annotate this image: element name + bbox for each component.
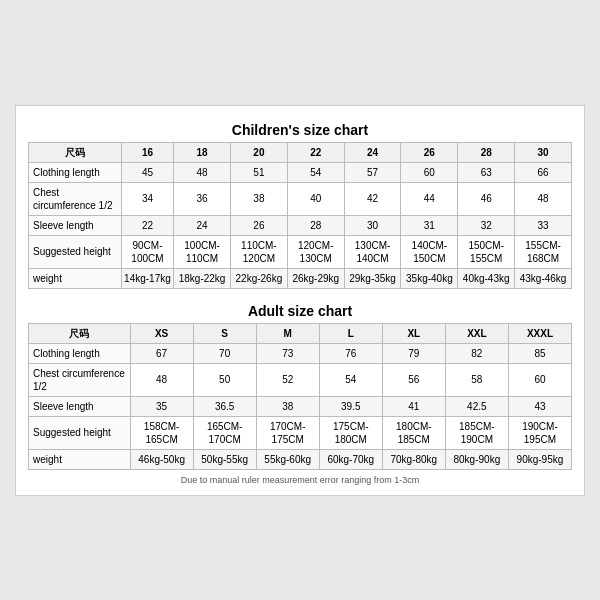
children-col-header: 18 bbox=[174, 142, 231, 162]
adult-cell: 73 bbox=[256, 343, 319, 363]
adult-table-row: Chest circumference 1/248505254565860 bbox=[29, 363, 572, 396]
children-cell: 44 bbox=[401, 182, 458, 215]
children-cell: 42 bbox=[344, 182, 401, 215]
adult-col-header: 尺码 bbox=[29, 323, 131, 343]
children-row-label: Clothing length bbox=[29, 162, 122, 182]
children-cell: 90CM-100CM bbox=[121, 235, 173, 268]
adult-col-header: M bbox=[256, 323, 319, 343]
children-cell: 110CM-120CM bbox=[230, 235, 287, 268]
children-table-row: Chest circumference 1/23436384042444648 bbox=[29, 182, 572, 215]
children-row-label: weight bbox=[29, 268, 122, 288]
adult-cell: 50 bbox=[193, 363, 256, 396]
adult-row-label: Sleeve length bbox=[29, 396, 131, 416]
adult-col-header: XL bbox=[382, 323, 445, 343]
adult-cell: 170CM-175CM bbox=[256, 416, 319, 449]
adult-cell: 82 bbox=[445, 343, 508, 363]
adult-table-row: Clothing length67707376798285 bbox=[29, 343, 572, 363]
children-col-header: 16 bbox=[121, 142, 173, 162]
adult-col-header: XXXL bbox=[508, 323, 571, 343]
children-col-header: 24 bbox=[344, 142, 401, 162]
adult-cell: 175CM-180CM bbox=[319, 416, 382, 449]
children-col-header: 28 bbox=[458, 142, 515, 162]
children-col-header: 尺码 bbox=[29, 142, 122, 162]
children-table-row: Suggested height90CM-100CM100CM-110CM110… bbox=[29, 235, 572, 268]
children-col-header: 22 bbox=[287, 142, 344, 162]
adult-cell: 165CM-170CM bbox=[193, 416, 256, 449]
children-cell: 45 bbox=[121, 162, 173, 182]
adult-cell: 38 bbox=[256, 396, 319, 416]
children-cell: 48 bbox=[174, 162, 231, 182]
children-cell: 63 bbox=[458, 162, 515, 182]
chart-container: Children's size chart 尺码1618202224262830… bbox=[15, 105, 585, 496]
adult-cell: 35 bbox=[130, 396, 193, 416]
adult-col-header: L bbox=[319, 323, 382, 343]
children-col-header: 26 bbox=[401, 142, 458, 162]
adult-cell: 50kg-55kg bbox=[193, 449, 256, 469]
adult-cell: 43 bbox=[508, 396, 571, 416]
adult-cell: 60kg-70kg bbox=[319, 449, 382, 469]
children-cell: 40kg-43kg bbox=[458, 268, 515, 288]
children-cell: 130CM-140CM bbox=[344, 235, 401, 268]
adult-table-row: Sleeve length3536.53839.54142.543 bbox=[29, 396, 572, 416]
children-cell: 32 bbox=[458, 215, 515, 235]
adult-cell: 55kg-60kg bbox=[256, 449, 319, 469]
adult-row-label: Chest circumference 1/2 bbox=[29, 363, 131, 396]
children-row-label: Suggested height bbox=[29, 235, 122, 268]
adult-cell: 48 bbox=[130, 363, 193, 396]
adult-chart-title: Adult size chart bbox=[28, 297, 572, 323]
adult-cell: 90kg-95kg bbox=[508, 449, 571, 469]
adult-cell: 70 bbox=[193, 343, 256, 363]
adult-cell: 56 bbox=[382, 363, 445, 396]
children-cell: 28 bbox=[287, 215, 344, 235]
children-cell: 36 bbox=[174, 182, 231, 215]
children-cell: 57 bbox=[344, 162, 401, 182]
children-chart-title: Children's size chart bbox=[28, 116, 572, 142]
children-row-label: Sleeve length bbox=[29, 215, 122, 235]
children-cell: 40 bbox=[287, 182, 344, 215]
children-cell: 100CM-110CM bbox=[174, 235, 231, 268]
children-cell: 26 bbox=[230, 215, 287, 235]
adult-cell: 39.5 bbox=[319, 396, 382, 416]
adult-cell: 58 bbox=[445, 363, 508, 396]
adult-cell: 190CM-195CM bbox=[508, 416, 571, 449]
adult-cell: 42.5 bbox=[445, 396, 508, 416]
children-cell: 48 bbox=[515, 182, 572, 215]
children-table: 尺码1618202224262830 Clothing length454851… bbox=[28, 142, 572, 289]
adult-table: 尺码XSSMLXLXXLXXXL Clothing length67707376… bbox=[28, 323, 572, 470]
children-cell: 22 bbox=[121, 215, 173, 235]
adult-cell: 36.5 bbox=[193, 396, 256, 416]
note-text: Due to manual ruler measurement error ra… bbox=[28, 470, 572, 485]
children-cell: 150CM-155CM bbox=[458, 235, 515, 268]
adult-cell: 41 bbox=[382, 396, 445, 416]
children-cell: 155CM-168CM bbox=[515, 235, 572, 268]
adult-cell: 185CM-190CM bbox=[445, 416, 508, 449]
adult-cell: 80kg-90kg bbox=[445, 449, 508, 469]
children-cell: 30 bbox=[344, 215, 401, 235]
children-cell: 34 bbox=[121, 182, 173, 215]
adult-cell: 158CM-165CM bbox=[130, 416, 193, 449]
children-cell: 22kg-26kg bbox=[230, 268, 287, 288]
children-cell: 35kg-40kg bbox=[401, 268, 458, 288]
children-cell: 14kg-17kg bbox=[121, 268, 173, 288]
adult-cell: 54 bbox=[319, 363, 382, 396]
children-cell: 43kg-46kg bbox=[515, 268, 572, 288]
children-cell: 33 bbox=[515, 215, 572, 235]
children-cell: 38 bbox=[230, 182, 287, 215]
adult-cell: 76 bbox=[319, 343, 382, 363]
adult-row-label: Suggested height bbox=[29, 416, 131, 449]
children-row-label: Chest circumference 1/2 bbox=[29, 182, 122, 215]
children-table-row: weight14kg-17kg18kg-22kg22kg-26kg26kg-29… bbox=[29, 268, 572, 288]
adult-col-header: XXL bbox=[445, 323, 508, 343]
adult-row-label: Clothing length bbox=[29, 343, 131, 363]
children-cell: 66 bbox=[515, 162, 572, 182]
adult-row-label: weight bbox=[29, 449, 131, 469]
children-cell: 120CM-130CM bbox=[287, 235, 344, 268]
children-table-row: Sleeve length2224262830313233 bbox=[29, 215, 572, 235]
children-cell: 18kg-22kg bbox=[174, 268, 231, 288]
children-table-row: Clothing length4548515457606366 bbox=[29, 162, 572, 182]
adult-cell: 85 bbox=[508, 343, 571, 363]
adult-cell: 60 bbox=[508, 363, 571, 396]
adult-cell: 79 bbox=[382, 343, 445, 363]
adult-cell: 52 bbox=[256, 363, 319, 396]
adult-cell: 180CM-185CM bbox=[382, 416, 445, 449]
